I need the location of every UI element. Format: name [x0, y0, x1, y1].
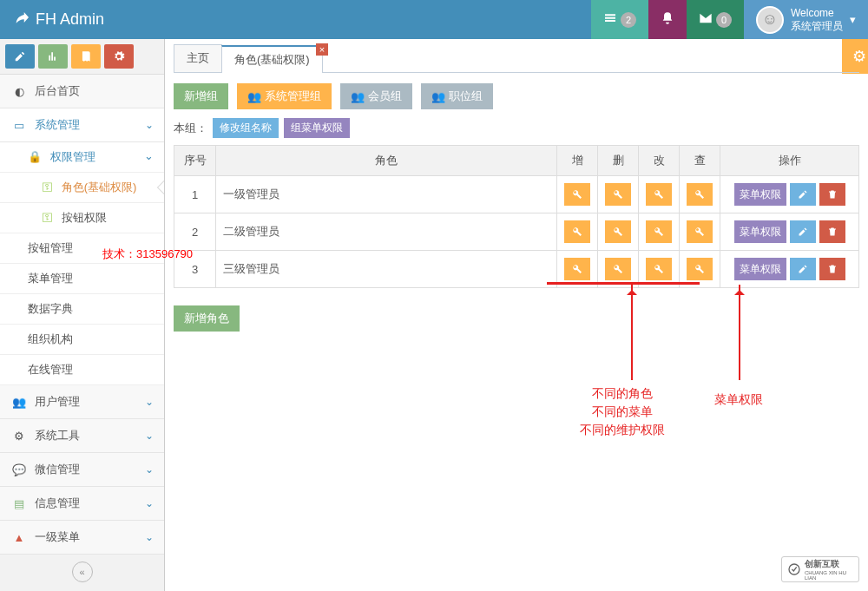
brand-text: FH Admin — [36, 10, 104, 29]
delete-row-button[interactable] — [819, 220, 845, 243]
nav-data-dict[interactable]: 数据字典 — [0, 294, 164, 325]
annotation-arrowhead-left — [627, 285, 637, 295]
nav-tools[interactable]: ⚙ 系统工具 ⌄ — [0, 419, 164, 453]
nav-perm[interactable]: 🔒 权限管理 ⌄ — [0, 142, 164, 173]
tab-role[interactable]: 角色(基础权限) — [221, 45, 323, 73]
menu-perm-button[interactable]: 菜单权限 — [734, 220, 786, 243]
content: ⚙ 主页 角色(基础权限) × 新增组 👥系统管理组 👥会员组 👥职位组 本组：… — [165, 39, 868, 591]
sidebar-toolbar — [0, 39, 164, 75]
new-group-button[interactable]: 新增组 — [174, 83, 228, 109]
toolbar-book-button[interactable] — [71, 44, 101, 69]
new-role-button[interactable]: 新增角色 — [174, 305, 240, 332]
watermark-text: 技术：313596790 — [102, 246, 193, 262]
double-chevron-left-icon: « — [72, 561, 93, 582]
perm-edit-button[interactable] — [646, 220, 672, 243]
tab-close-button[interactable]: × — [316, 43, 328, 56]
edit-row-button[interactable] — [790, 183, 816, 206]
nav-system[interactable]: ▭ 系统管理 ⌄ — [0, 108, 164, 142]
nav-user-label: 用户管理 — [35, 394, 80, 410]
avatar: ☺ — [756, 6, 784, 34]
col-add: 增 — [557, 146, 598, 176]
group-menu-perm-button[interactable]: 组菜单权限 — [284, 118, 350, 138]
toolbar-edit-button[interactable] — [5, 44, 35, 69]
nav-info[interactable]: ▤ 信息管理 ⌄ — [0, 487, 164, 521]
perm-del-button[interactable] — [605, 258, 631, 280]
nav-data-dict-label: 数据字典 — [28, 302, 73, 315]
menu-perm-button[interactable]: 菜单权限 — [734, 258, 786, 280]
nav-level1-label: 一级菜单 — [35, 529, 80, 545]
footer-logo-en: CHUANG XIN HU LIAN — [805, 570, 853, 581]
edit-row-button[interactable] — [790, 220, 816, 243]
annotation-text-l2: 不同的菜单 — [580, 403, 665, 421]
annotation-arrow-line-right — [739, 285, 740, 380]
position-group-button[interactable]: 👥职位组 — [421, 83, 493, 109]
nav-system-label: 系统管理 — [35, 117, 80, 133]
brand: FH Admin — [0, 10, 117, 30]
perm-edit-button[interactable] — [646, 258, 672, 280]
perm-add-button[interactable] — [564, 258, 590, 280]
toolbar-stats-button[interactable] — [38, 44, 68, 69]
perm-del-button[interactable] — [605, 220, 631, 243]
perm-add-button[interactable] — [564, 183, 590, 206]
comments-icon: 💬 — [10, 463, 28, 476]
nav-wechat[interactable]: 💬 微信管理 ⌄ — [0, 453, 164, 487]
sidebar-collapse[interactable]: « — [0, 555, 164, 589]
mail-box[interactable]: 0 — [687, 0, 744, 39]
tasks-badge: 2 — [621, 12, 636, 28]
nav-tools-label: 系统工具 — [35, 428, 80, 443]
nav-user[interactable]: 👥 用户管理 ⌄ — [0, 385, 164, 419]
tabs: 主页 角色(基础权限) × — [174, 44, 859, 73]
cell-role: 二级管理员 — [216, 213, 557, 251]
menu-perm-button[interactable]: 菜单权限 — [734, 183, 786, 206]
tasks-box[interactable]: 2 — [591, 0, 648, 39]
edit-row-button[interactable] — [790, 258, 816, 280]
perm-view-button[interactable] — [687, 183, 713, 206]
perm-view-button[interactable] — [687, 258, 713, 280]
chevron-down-icon: ⌄ — [145, 396, 154, 408]
nav-role-basic[interactable]: ⚿ 角色(基础权限) — [0, 173, 164, 203]
sys-admin-group-button[interactable]: 👥系统管理组 — [237, 83, 332, 109]
welcome-text: Welcome 系统管理员 — [791, 7, 843, 32]
cell-role: 三级管理员 — [216, 251, 557, 288]
chevron-down-icon: ⌄ — [145, 463, 154, 476]
header-right: 2 0 ☺ Welcome 系统管理员 ▾ — [591, 0, 868, 39]
footer-logo: 创新互联 CHUANG XIN HU LIAN — [781, 556, 859, 582]
nav-dashboard[interactable]: ◐ 后台首页 — [0, 75, 164, 108]
cogs-icon: ⚙ — [10, 430, 28, 443]
member-group-button[interactable]: 👥会员组 — [340, 83, 412, 109]
nav-org[interactable]: 组织机构 — [0, 325, 164, 355]
nav-btn-perm[interactable]: ⚿ 按钮权限 — [0, 203, 164, 233]
bell-box[interactable] — [648, 0, 687, 39]
nav-online[interactable]: 在线管理 — [0, 355, 164, 385]
delete-row-button[interactable] — [819, 258, 845, 280]
nav-menu-mgmt-label: 菜单管理 — [28, 272, 73, 285]
dashboard-icon: ◐ — [10, 85, 28, 98]
perm-del-button[interactable] — [605, 183, 631, 206]
chevron-down-icon: ⌄ — [145, 119, 154, 131]
annotation-text-l3: 不同的维护权限 — [580, 421, 665, 439]
nav-menu-mgmt[interactable]: 菜单管理 — [0, 264, 164, 294]
chevron-down-icon: ⌄ — [145, 497, 154, 509]
nav-level1[interactable]: ▲ 一级菜单 ⌄ — [0, 521, 164, 555]
cell-role: 一级管理员 — [216, 176, 557, 213]
col-ops: 操作 — [720, 146, 859, 176]
tab-home[interactable]: 主页 — [174, 44, 222, 72]
perm-add-button[interactable] — [564, 220, 590, 243]
nav-wechat-label: 微信管理 — [35, 462, 80, 477]
delete-row-button[interactable] — [819, 183, 845, 206]
toolbar-gear-button[interactable] — [104, 44, 134, 69]
leaf-icon — [13, 10, 29, 30]
rename-group-button[interactable]: 修改组名称 — [213, 118, 279, 138]
perm-edit-button[interactable] — [646, 183, 672, 206]
annotation-text-left: 不同的角色 不同的菜单 不同的维护权限 — [580, 384, 665, 439]
annotation-arrowhead-right — [734, 285, 745, 295]
perm-view-button[interactable] — [687, 220, 713, 243]
users-icon: 👥 — [351, 90, 365, 103]
nav-btn-mgmt-label: 按钮管理 — [28, 241, 73, 254]
desktop-icon: ▭ — [10, 119, 28, 132]
nav-org-label: 组织机构 — [28, 332, 73, 345]
logo-icon — [787, 561, 801, 577]
user-box[interactable]: ☺ Welcome 系统管理员 ▾ — [744, 0, 868, 39]
annotation-arrow-line-left — [631, 285, 633, 380]
cell-index: 1 — [174, 176, 216, 213]
